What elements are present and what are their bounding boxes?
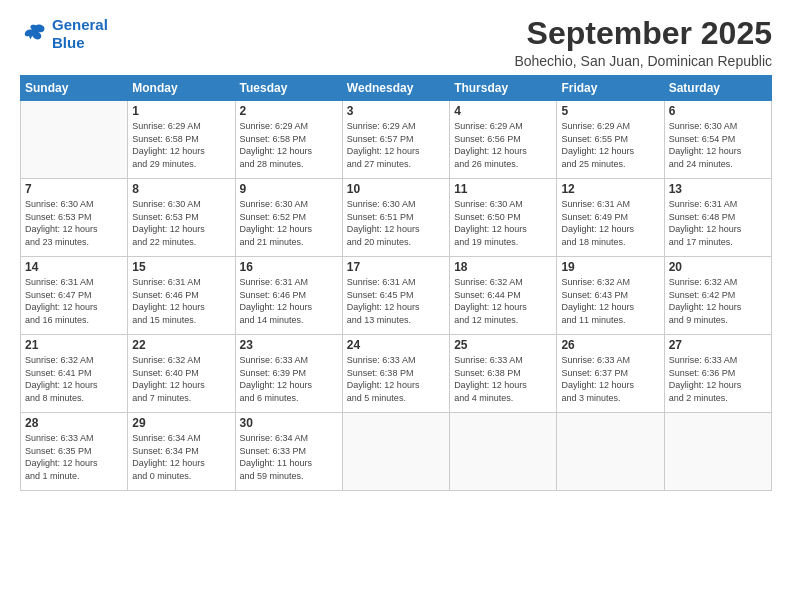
day-cell: 11Sunrise: 6:30 AM Sunset: 6:50 PM Dayli… bbox=[450, 179, 557, 257]
day-cell: 3Sunrise: 6:29 AM Sunset: 6:57 PM Daylig… bbox=[342, 101, 449, 179]
day-cell: 18Sunrise: 6:32 AM Sunset: 6:44 PM Dayli… bbox=[450, 257, 557, 335]
day-header-wednesday: Wednesday bbox=[342, 76, 449, 101]
logo-line2: Blue bbox=[52, 34, 85, 51]
day-cell: 15Sunrise: 6:31 AM Sunset: 6:46 PM Dayli… bbox=[128, 257, 235, 335]
day-info: Sunrise: 6:34 AM Sunset: 6:33 PM Dayligh… bbox=[240, 432, 338, 482]
day-cell: 1Sunrise: 6:29 AM Sunset: 6:58 PM Daylig… bbox=[128, 101, 235, 179]
day-number: 27 bbox=[669, 338, 767, 352]
day-info: Sunrise: 6:29 AM Sunset: 6:55 PM Dayligh… bbox=[561, 120, 659, 170]
day-info: Sunrise: 6:33 AM Sunset: 6:38 PM Dayligh… bbox=[454, 354, 552, 404]
day-info: Sunrise: 6:31 AM Sunset: 6:48 PM Dayligh… bbox=[669, 198, 767, 248]
day-number: 29 bbox=[132, 416, 230, 430]
day-cell: 24Sunrise: 6:33 AM Sunset: 6:38 PM Dayli… bbox=[342, 335, 449, 413]
calendar-body: 1Sunrise: 6:29 AM Sunset: 6:58 PM Daylig… bbox=[21, 101, 772, 491]
day-number: 23 bbox=[240, 338, 338, 352]
day-info: Sunrise: 6:30 AM Sunset: 6:54 PM Dayligh… bbox=[669, 120, 767, 170]
day-cell: 19Sunrise: 6:32 AM Sunset: 6:43 PM Dayli… bbox=[557, 257, 664, 335]
day-info: Sunrise: 6:31 AM Sunset: 6:49 PM Dayligh… bbox=[561, 198, 659, 248]
day-cell: 13Sunrise: 6:31 AM Sunset: 6:48 PM Dayli… bbox=[664, 179, 771, 257]
day-cell bbox=[21, 101, 128, 179]
week-row-3: 21Sunrise: 6:32 AM Sunset: 6:41 PM Dayli… bbox=[21, 335, 772, 413]
week-row-1: 7Sunrise: 6:30 AM Sunset: 6:53 PM Daylig… bbox=[21, 179, 772, 257]
logo-icon bbox=[20, 20, 48, 48]
day-cell: 22Sunrise: 6:32 AM Sunset: 6:40 PM Dayli… bbox=[128, 335, 235, 413]
day-number: 16 bbox=[240, 260, 338, 274]
day-cell: 7Sunrise: 6:30 AM Sunset: 6:53 PM Daylig… bbox=[21, 179, 128, 257]
week-row-0: 1Sunrise: 6:29 AM Sunset: 6:58 PM Daylig… bbox=[21, 101, 772, 179]
day-cell bbox=[664, 413, 771, 491]
calendar-table: SundayMondayTuesdayWednesdayThursdayFrid… bbox=[20, 75, 772, 491]
day-cell: 17Sunrise: 6:31 AM Sunset: 6:45 PM Dayli… bbox=[342, 257, 449, 335]
day-header-thursday: Thursday bbox=[450, 76, 557, 101]
logo-text: General Blue bbox=[52, 16, 108, 52]
day-info: Sunrise: 6:30 AM Sunset: 6:53 PM Dayligh… bbox=[25, 198, 123, 248]
day-number: 22 bbox=[132, 338, 230, 352]
day-header-monday: Monday bbox=[128, 76, 235, 101]
day-info: Sunrise: 6:31 AM Sunset: 6:47 PM Dayligh… bbox=[25, 276, 123, 326]
day-number: 18 bbox=[454, 260, 552, 274]
day-info: Sunrise: 6:32 AM Sunset: 6:44 PM Dayligh… bbox=[454, 276, 552, 326]
day-header-sunday: Sunday bbox=[21, 76, 128, 101]
day-info: Sunrise: 6:29 AM Sunset: 6:58 PM Dayligh… bbox=[132, 120, 230, 170]
week-row-2: 14Sunrise: 6:31 AM Sunset: 6:47 PM Dayli… bbox=[21, 257, 772, 335]
days-header-row: SundayMondayTuesdayWednesdayThursdayFrid… bbox=[21, 76, 772, 101]
day-number: 3 bbox=[347, 104, 445, 118]
week-row-4: 28Sunrise: 6:33 AM Sunset: 6:35 PM Dayli… bbox=[21, 413, 772, 491]
day-cell: 10Sunrise: 6:30 AM Sunset: 6:51 PM Dayli… bbox=[342, 179, 449, 257]
day-info: Sunrise: 6:33 AM Sunset: 6:35 PM Dayligh… bbox=[25, 432, 123, 482]
day-cell: 27Sunrise: 6:33 AM Sunset: 6:36 PM Dayli… bbox=[664, 335, 771, 413]
title-block: September 2025 Bohechio, San Juan, Domin… bbox=[514, 16, 772, 69]
day-info: Sunrise: 6:34 AM Sunset: 6:34 PM Dayligh… bbox=[132, 432, 230, 482]
day-number: 14 bbox=[25, 260, 123, 274]
location-subtitle: Bohechio, San Juan, Dominican Republic bbox=[514, 53, 772, 69]
day-cell: 21Sunrise: 6:32 AM Sunset: 6:41 PM Dayli… bbox=[21, 335, 128, 413]
day-info: Sunrise: 6:33 AM Sunset: 6:36 PM Dayligh… bbox=[669, 354, 767, 404]
day-cell: 30Sunrise: 6:34 AM Sunset: 6:33 PM Dayli… bbox=[235, 413, 342, 491]
day-cell: 14Sunrise: 6:31 AM Sunset: 6:47 PM Dayli… bbox=[21, 257, 128, 335]
day-info: Sunrise: 6:29 AM Sunset: 6:58 PM Dayligh… bbox=[240, 120, 338, 170]
day-cell: 9Sunrise: 6:30 AM Sunset: 6:52 PM Daylig… bbox=[235, 179, 342, 257]
day-number: 1 bbox=[132, 104, 230, 118]
month-title: September 2025 bbox=[514, 16, 772, 51]
day-cell: 2Sunrise: 6:29 AM Sunset: 6:58 PM Daylig… bbox=[235, 101, 342, 179]
day-number: 12 bbox=[561, 182, 659, 196]
day-info: Sunrise: 6:31 AM Sunset: 6:46 PM Dayligh… bbox=[240, 276, 338, 326]
day-cell: 28Sunrise: 6:33 AM Sunset: 6:35 PM Dayli… bbox=[21, 413, 128, 491]
day-number: 4 bbox=[454, 104, 552, 118]
day-number: 7 bbox=[25, 182, 123, 196]
day-number: 15 bbox=[132, 260, 230, 274]
day-cell: 6Sunrise: 6:30 AM Sunset: 6:54 PM Daylig… bbox=[664, 101, 771, 179]
logo: General Blue bbox=[20, 16, 108, 52]
day-info: Sunrise: 6:29 AM Sunset: 6:57 PM Dayligh… bbox=[347, 120, 445, 170]
day-cell bbox=[342, 413, 449, 491]
day-cell: 12Sunrise: 6:31 AM Sunset: 6:49 PM Dayli… bbox=[557, 179, 664, 257]
day-number: 17 bbox=[347, 260, 445, 274]
day-number: 8 bbox=[132, 182, 230, 196]
day-info: Sunrise: 6:32 AM Sunset: 6:41 PM Dayligh… bbox=[25, 354, 123, 404]
day-info: Sunrise: 6:32 AM Sunset: 6:43 PM Dayligh… bbox=[561, 276, 659, 326]
day-number: 5 bbox=[561, 104, 659, 118]
day-number: 26 bbox=[561, 338, 659, 352]
day-number: 13 bbox=[669, 182, 767, 196]
day-number: 20 bbox=[669, 260, 767, 274]
day-cell: 8Sunrise: 6:30 AM Sunset: 6:53 PM Daylig… bbox=[128, 179, 235, 257]
day-number: 30 bbox=[240, 416, 338, 430]
page: General Blue September 2025 Bohechio, Sa… bbox=[0, 0, 792, 612]
day-number: 28 bbox=[25, 416, 123, 430]
day-info: Sunrise: 6:32 AM Sunset: 6:42 PM Dayligh… bbox=[669, 276, 767, 326]
day-cell: 4Sunrise: 6:29 AM Sunset: 6:56 PM Daylig… bbox=[450, 101, 557, 179]
day-number: 11 bbox=[454, 182, 552, 196]
day-cell: 29Sunrise: 6:34 AM Sunset: 6:34 PM Dayli… bbox=[128, 413, 235, 491]
day-header-saturday: Saturday bbox=[664, 76, 771, 101]
day-cell: 20Sunrise: 6:32 AM Sunset: 6:42 PM Dayli… bbox=[664, 257, 771, 335]
day-number: 21 bbox=[25, 338, 123, 352]
day-number: 25 bbox=[454, 338, 552, 352]
day-info: Sunrise: 6:30 AM Sunset: 6:50 PM Dayligh… bbox=[454, 198, 552, 248]
day-info: Sunrise: 6:33 AM Sunset: 6:39 PM Dayligh… bbox=[240, 354, 338, 404]
day-number: 19 bbox=[561, 260, 659, 274]
day-number: 6 bbox=[669, 104, 767, 118]
day-info: Sunrise: 6:31 AM Sunset: 6:46 PM Dayligh… bbox=[132, 276, 230, 326]
day-cell bbox=[450, 413, 557, 491]
header: General Blue September 2025 Bohechio, Sa… bbox=[20, 16, 772, 69]
day-number: 24 bbox=[347, 338, 445, 352]
